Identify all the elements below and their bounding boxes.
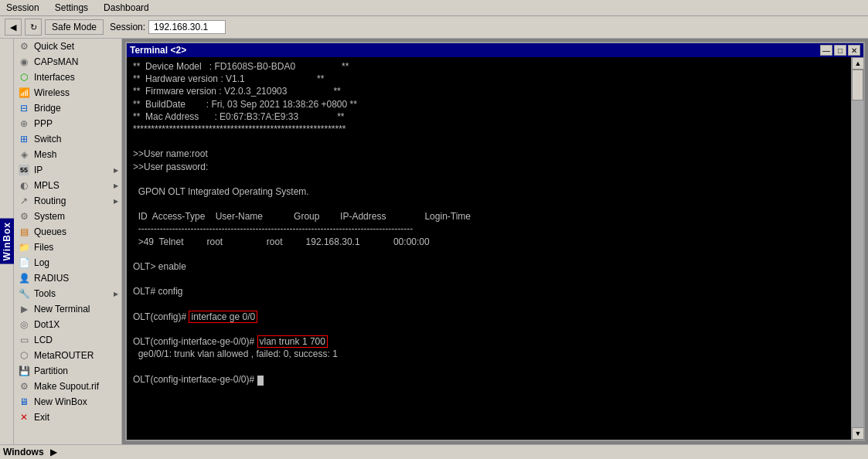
menu-settings[interactable]: Settings bbox=[52, 2, 91, 14]
sidebar-label-exit: Exit bbox=[34, 412, 49, 423]
term-line: ** Mac Address : E0:67:B3:7A:E9:33 ** bbox=[133, 110, 845, 123]
command-highlight-1: interface ge 0/0 bbox=[189, 311, 257, 323]
scrollbar-down-arrow[interactable]: ▼ bbox=[852, 427, 863, 440]
term-line: GPON OLT Integrated Operating System. bbox=[133, 185, 845, 198]
terminal-title: Terminal <2> bbox=[130, 45, 186, 56]
sidebar-label-capsman: CAPsMAN bbox=[34, 56, 78, 67]
sidebar-label-newterminal: New Terminal bbox=[34, 304, 90, 314]
windows-label: Windows bbox=[3, 447, 44, 457]
term-line bbox=[133, 361, 845, 373]
term-line: OLT> enable bbox=[133, 260, 845, 273]
exit-icon: ✕ bbox=[19, 412, 29, 423]
term-line bbox=[133, 298, 845, 311]
term-line-highlight2: OLT(config-interface-ge-0/0)# vlan trunk… bbox=[133, 335, 845, 348]
makesupout-icon: ⚙ bbox=[19, 381, 29, 392]
sidebar-label-queues: Queues bbox=[34, 226, 66, 237]
windows-arrow: ▶ bbox=[50, 447, 57, 457]
sidebar-label-wireless: Wireless bbox=[34, 87, 70, 98]
terminal-scrollbar: ▲ ▼ bbox=[851, 57, 863, 440]
switch-icon: ⊞ bbox=[19, 134, 29, 144]
term-line-highlight1: OLT(config)# interface ge 0/0 bbox=[133, 311, 845, 323]
toolbar: ◀ ↻ Safe Mode Session: 192.168.30.1 bbox=[0, 16, 868, 39]
sidebar-item-radius[interactable]: 👤 RADIUS bbox=[14, 270, 121, 286]
term-line: >49 Telnet root root 192.168.30.1 00:00:… bbox=[133, 236, 845, 248]
terminal-maximize-button[interactable]: □ bbox=[834, 45, 846, 56]
safemode-button[interactable]: Safe Mode bbox=[45, 19, 104, 35]
bridge-icon: ⊟ bbox=[19, 103, 29, 114]
sidebar-item-ppp[interactable]: ⊕ PPP bbox=[14, 116, 121, 131]
terminal-titlebar: Terminal <2> — □ ✕ bbox=[127, 43, 863, 57]
sidebar: ⚙ Quick Set ◉ CAPsMAN ⬡ Interfaces 📶 Wir… bbox=[14, 39, 122, 444]
sidebar-label-dot1x: Dot1X bbox=[34, 319, 60, 330]
term-line: ----------------------------------------… bbox=[133, 223, 845, 235]
sidebar-item-ip[interactable]: 55 IP bbox=[14, 162, 121, 178]
terminal-cursor bbox=[257, 376, 264, 386]
mpls-icon: ◐ bbox=[19, 180, 29, 191]
menu-session[interactable]: Session bbox=[3, 2, 43, 14]
term-line: >>User password: bbox=[133, 161, 845, 173]
system-icon: ⚙ bbox=[19, 211, 29, 222]
sidebar-item-system[interactable]: ⚙ System bbox=[14, 209, 121, 224]
sidebar-item-mpls[interactable]: ◐ MPLS bbox=[14, 178, 121, 193]
terminal-text-area[interactable]: ** Device Model : FD1608S-B0-BDA0 ** ** … bbox=[127, 57, 851, 440]
sidebar-label-log: Log bbox=[34, 257, 49, 268]
sidebar-item-partition[interactable]: 💾 Partition bbox=[14, 363, 121, 379]
sidebar-label-quickset: Quick Set bbox=[34, 41, 74, 52]
routing-icon: ↗ bbox=[19, 196, 29, 206]
term-line: ** Firmware version : V2.0.3_210903 ** bbox=[133, 85, 845, 97]
dot1x-icon: ◎ bbox=[19, 319, 29, 330]
sidebar-item-exit[interactable]: ✕ Exit bbox=[14, 410, 121, 425]
sidebar-item-capsman[interactable]: ◉ CAPsMAN bbox=[14, 54, 121, 70]
sidebar-label-system: System bbox=[34, 211, 65, 222]
session-label: Session: bbox=[110, 22, 145, 32]
terminal-controls: — □ ✕ bbox=[820, 45, 860, 56]
scrollbar-up-arrow[interactable]: ▲ bbox=[852, 57, 863, 70]
term-line: ** Hardware version : V1.1 ** bbox=[133, 73, 845, 85]
refresh-button[interactable]: ↻ bbox=[25, 19, 42, 36]
sidebar-item-mesh[interactable]: ◈ Mesh bbox=[14, 147, 121, 162]
mesh-icon: ◈ bbox=[19, 149, 29, 160]
sidebar-item-metarouter[interactable]: ⬡ MetaROUTER bbox=[14, 348, 121, 363]
sidebar-item-newwinbox[interactable]: 🖥 New WinBox bbox=[14, 394, 121, 410]
term-line: ID Access-Type User-Name Group IP-Addres… bbox=[133, 210, 845, 223]
menubar: Session Settings Dashboard bbox=[0, 0, 868, 16]
terminal-minimize-button[interactable]: — bbox=[820, 45, 832, 56]
sidebar-label-routing: Routing bbox=[34, 196, 66, 206]
tools-icon: 🔧 bbox=[19, 288, 29, 299]
windows-bar: Windows ▶ bbox=[0, 444, 868, 459]
sidebar-item-queues[interactable]: ▤ Queues bbox=[14, 224, 121, 240]
back-button[interactable]: ◀ bbox=[5, 19, 22, 36]
newterminal-icon: ▶ bbox=[19, 304, 29, 314]
sidebar-item-routing[interactable]: ↗ Routing bbox=[14, 193, 121, 209]
sidebar-item-interfaces[interactable]: ⬡ Interfaces bbox=[14, 70, 121, 85]
terminal-close-button[interactable]: ✕ bbox=[848, 45, 860, 56]
lcd-icon: ▭ bbox=[19, 335, 29, 345]
ppp-icon: ⊕ bbox=[19, 118, 29, 129]
sidebar-item-files[interactable]: 📁 Files bbox=[14, 240, 121, 255]
sidebar-label-newwinbox: New WinBox bbox=[34, 396, 87, 407]
sidebar-item-log[interactable]: 📄 Log bbox=[14, 255, 121, 270]
sidebar-item-tools[interactable]: 🔧 Tools bbox=[14, 286, 121, 301]
sidebar-item-lcd[interactable]: ▭ LCD bbox=[14, 332, 121, 348]
menu-dashboard[interactable]: Dashboard bbox=[100, 2, 152, 14]
term-line: OLT# config bbox=[133, 285, 845, 298]
sidebar-item-wireless[interactable]: 📶 Wireless bbox=[14, 85, 121, 100]
wireless-icon: 📶 bbox=[19, 87, 29, 98]
partition-icon: 💾 bbox=[19, 366, 29, 376]
sidebar-label-metarouter: MetaROUTER bbox=[34, 350, 94, 361]
sidebar-item-newterminal[interactable]: ▶ New Terminal bbox=[14, 301, 121, 317]
term-line bbox=[133, 248, 845, 260]
sidebar-label-makesupout: Make Supout.rif bbox=[34, 381, 99, 392]
sidebar-item-makesupout[interactable]: ⚙ Make Supout.rif bbox=[14, 379, 121, 394]
sidebar-item-dot1x[interactable]: ◎ Dot1X bbox=[14, 317, 121, 332]
term-line: ****************************************… bbox=[133, 123, 845, 135]
newwinbox-icon: 🖥 bbox=[19, 396, 29, 407]
metarouter-icon: ⬡ bbox=[19, 350, 29, 361]
quickset-icon: ⚙ bbox=[19, 41, 29, 52]
term-line bbox=[133, 173, 845, 185]
sidebar-item-switch[interactable]: ⊞ Switch bbox=[14, 131, 121, 147]
interfaces-icon: ⬡ bbox=[19, 72, 29, 83]
sidebar-item-bridge[interactable]: ⊟ Bridge bbox=[14, 100, 121, 116]
sidebar-item-quickset[interactable]: ⚙ Quick Set bbox=[14, 39, 121, 54]
scrollbar-thumb[interactable] bbox=[852, 70, 863, 100]
